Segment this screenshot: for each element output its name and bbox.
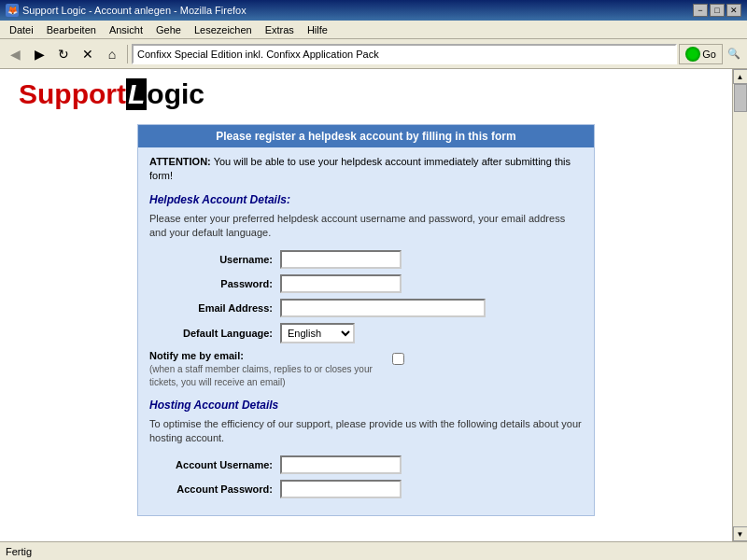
toolbar-sep-1: [127, 45, 128, 63]
account-password-label: Account Password:: [149, 483, 280, 495]
scrollbar[interactable]: ▲ ▼: [732, 69, 747, 541]
registration-form: Please register a helpdesk account by fi…: [137, 124, 595, 516]
language-label: Default Language:: [149, 328, 280, 339]
username-label: Username:: [149, 254, 280, 265]
menu-gehe[interactable]: Gehe: [150, 22, 187, 37]
menu-bar: Datei Bearbeiten Ansicht Gehe Lesezeiche…: [0, 21, 747, 39]
go-label: Go: [702, 49, 716, 60]
email-input[interactable]: [280, 299, 486, 317]
account-username-label: Account Username:: [149, 459, 280, 470]
account-username-input[interactable]: [280, 455, 402, 474]
scroll-up-button[interactable]: ▲: [733, 69, 748, 84]
logo: SupportLogic: [19, 78, 204, 109]
scroll-down-button[interactable]: ▼: [733, 526, 748, 541]
section1-title: Helpdesk Account Details:: [149, 193, 583, 206]
close-button[interactable]: ✕: [726, 4, 741, 17]
notify-checkbox[interactable]: [392, 353, 404, 365]
address-input[interactable]: [132, 44, 677, 64]
form-title: Please register a helpdesk account by fi…: [138, 125, 594, 147]
menu-lesezeichen[interactable]: Lesezeichen: [189, 22, 258, 37]
title-bar: 🦊 Support Logic - Account anlegen - Mozi…: [0, 0, 747, 21]
page-content: SupportLogic Please register a helpdesk …: [0, 69, 732, 541]
username-input[interactable]: [280, 250, 402, 269]
toolbar: ◀ ▶ ↻ ✕ ⌂ Go 🔍: [0, 39, 747, 69]
notify-row: Notify me by email: (when a staff member…: [149, 349, 583, 389]
back-button[interactable]: ◀: [4, 43, 26, 65]
logo-support: Support: [19, 78, 126, 109]
maximize-button[interactable]: □: [710, 4, 725, 17]
logo-area: SupportLogic: [19, 78, 713, 110]
email-row: Email Address:: [149, 299, 583, 317]
menu-extras[interactable]: Extras: [260, 22, 300, 37]
account-password-row: Account Password:: [149, 480, 583, 498]
section2-desc: To optimise the efficiency of our suppor…: [149, 417, 583, 446]
go-button[interactable]: Go: [679, 44, 723, 64]
email-label: Email Address:: [149, 302, 280, 314]
title-bar-left: 🦊 Support Logic - Account anlegen - Mozi…: [6, 4, 247, 17]
password-label: Password:: [149, 278, 280, 289]
password-input[interactable]: [280, 274, 402, 293]
logo-ogic: ogic: [147, 78, 204, 109]
status-bar: Fertig: [0, 541, 747, 560]
language-select[interactable]: English: [280, 323, 355, 343]
stop-button[interactable]: ✕: [77, 43, 99, 65]
go-icon: [685, 47, 700, 62]
password-row: Password:: [149, 274, 583, 293]
address-bar: [132, 44, 677, 64]
hosting-section: Hosting Account Details To optimise the …: [149, 399, 583, 498]
language-row: Default Language: English: [149, 323, 583, 343]
account-password-input[interactable]: [280, 480, 402, 498]
minimize-button[interactable]: −: [693, 4, 708, 17]
attention-prefix: ATTENTION:: [149, 156, 211, 167]
window-title: Support Logic - Account anlegen - Mozill…: [22, 5, 247, 16]
menu-ansicht[interactable]: Ansicht: [104, 22, 148, 37]
logo-l: L: [126, 78, 147, 110]
attention-body: You will be able to use your helpdesk ac…: [149, 156, 571, 181]
home-button[interactable]: ⌂: [101, 43, 123, 65]
section1-desc: Please enter your preferred helpdesk acc…: [149, 212, 583, 241]
menu-bearbeiten[interactable]: Bearbeiten: [41, 22, 102, 37]
scroll-thumb[interactable]: [734, 84, 747, 112]
refresh-button[interactable]: ↻: [52, 43, 75, 65]
username-row: Username:: [149, 250, 583, 269]
notify-label-main: Notify me by email:: [149, 349, 385, 363]
scroll-track[interactable]: [734, 84, 747, 526]
notify-label-sub: (when a staff member claims, replies to …: [149, 363, 385, 389]
notify-label: Notify me by email: (when a staff member…: [149, 349, 392, 389]
account-username-row: Account Username:: [149, 455, 583, 474]
menu-hilfe[interactable]: Hilfe: [302, 22, 333, 37]
content-area: SupportLogic Please register a helpdesk …: [0, 69, 747, 541]
window-controls: − □ ✕: [693, 4, 741, 17]
menu-datei[interactable]: Datei: [4, 22, 39, 37]
forward-button[interactable]: ▶: [28, 43, 50, 65]
search-button[interactable]: 🔍: [725, 43, 743, 65]
status-text: Fertig: [6, 546, 32, 557]
section2-title: Hosting Account Details: [149, 399, 583, 412]
attention-text: ATTENTION: You will be able to use your …: [149, 155, 583, 184]
browser-icon: 🦊: [6, 4, 19, 17]
